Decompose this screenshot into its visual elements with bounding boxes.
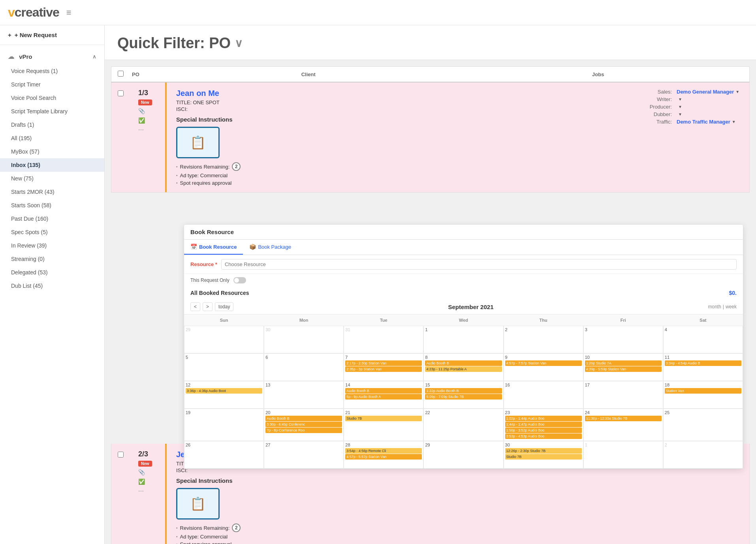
calendar-today-button[interactable]: today [215, 302, 233, 311]
script-box-1[interactable]: 📋 [176, 127, 220, 158]
calendar-event[interactable]: 11:30p - 12:30a Studio 7B [585, 416, 662, 421]
calendar-cell[interactable]: 101:26p Studio 7A4:39p - 5:59p Station V… [583, 353, 663, 381]
calendar-event[interactable]: 4:57p - 5:57p Station Van [345, 454, 422, 460]
calendar-cell[interactable]: 25 [663, 409, 743, 441]
vpro-header[interactable]: ☁ vPro ∧ [0, 49, 104, 64]
calendar-cell[interactable]: 27 [264, 441, 344, 469]
calendar-cell[interactable]: 6 [264, 353, 344, 381]
calendar-next-button[interactable]: > [203, 302, 213, 311]
calendar-event[interactable]: 4:39p - 5:59p Station Van [585, 366, 662, 372]
sidebar-item-mybox[interactable]: MyBox (57) [0, 145, 104, 158]
this-request-only-toggle[interactable] [233, 277, 246, 283]
calendar-event[interactable]: 7p - 8p Conference Roo [265, 428, 342, 433]
calendar-cell[interactable]: 31 [344, 326, 423, 353]
producer-dropdown-icon[interactable]: ▼ [678, 105, 682, 109]
calendar-event[interactable]: 2:35p - 3p Station Van [345, 366, 422, 372]
calendar-cell[interactable]: 29 [423, 441, 503, 469]
calendar-cell[interactable]: 72:17p - 2:30p Station Van2:35p - 3p Sta… [344, 353, 423, 381]
row-checkbox-container-2[interactable] [118, 450, 132, 544]
sidebar-item-script-timer[interactable]: Script Timer [0, 78, 104, 91]
row-checkbox-1[interactable] [118, 90, 124, 96]
sidebar-item-spec-spots[interactable]: Spec Spots (5) [0, 225, 104, 239]
resource-input[interactable] [221, 259, 737, 270]
sidebar-item-delegated[interactable]: Delegated (53) [0, 266, 104, 279]
sidebar-item-streaming[interactable]: Streaming (0) [0, 252, 104, 266]
calendar-cell[interactable]: 123:36p - 4:36p Audio Boot [184, 381, 264, 409]
calendar-event[interactable]: 3:34p - 4:54p Audio B [665, 360, 741, 366]
calendar-cell[interactable]: 21Studio 7B [344, 409, 423, 441]
calendar-cell[interactable]: 22 [423, 409, 503, 441]
calendar-cell[interactable]: 1 [423, 326, 503, 353]
row-checkbox-2[interactable] [118, 452, 124, 458]
calendar-event[interactable]: 4:23p - 11:25p Portable A [425, 366, 502, 372]
calendar-cell[interactable]: 30 [264, 326, 344, 353]
sidebar-item-all[interactable]: All (195) [0, 131, 104, 145]
calendar-cell[interactable]: 19 [184, 409, 264, 441]
calendar-cell[interactable]: 5 [184, 353, 264, 381]
calendar-cell[interactable]: 113:34p - 4:54p Audio B [663, 353, 743, 381]
calendar-cell[interactable]: 283:54p - 4:56p Remote Cli4:57p - 5:57p … [344, 441, 423, 469]
calendar-cell[interactable]: 13 [264, 381, 344, 409]
calendar-event[interactable]: 3:54p - 4:56p Remote Cli [345, 448, 422, 454]
calendar-cell[interactable]: 18Station Van [663, 381, 743, 409]
sidebar-item-in-review[interactable]: In Review (39) [0, 239, 104, 252]
calendar-event[interactable]: 2:17p - 2:30p Station Van [345, 360, 422, 366]
sidebar-item-new[interactable]: New (75) [0, 172, 104, 185]
calendar-cell[interactable]: 151:22p Audio Booth B5:09p - 7:09p Studi… [423, 381, 503, 409]
tab-book-package[interactable]: 📦 Book Package [243, 240, 297, 255]
calendar-event[interactable]: 5:09p - 7:09p Studio 7B [425, 394, 502, 400]
hamburger-icon[interactable]: ≡ [66, 8, 71, 18]
calendar-event[interactable]: 3:53p - 4:53p Audio Boo [505, 433, 582, 439]
calendar-event[interactable]: Audio Booth B [425, 360, 502, 366]
calendar-week-view-btn[interactable]: week [726, 304, 737, 310]
calendar-event[interactable]: Studio 7B [505, 454, 582, 460]
sidebar-item-starts-soon[interactable]: Starts Soon (58) [0, 199, 104, 212]
traffic-dropdown-icon[interactable]: ▼ [732, 120, 736, 124]
calendar-cell[interactable]: 16 [504, 381, 583, 409]
calendar-event[interactable]: 5p - 9p Audio Booth A [345, 394, 422, 400]
writer-dropdown-icon[interactable]: ▼ [678, 97, 682, 101]
calendar-cell[interactable]: 8Audio Booth B4:23p - 11:25p Portable A [423, 353, 503, 381]
calendar-event[interactable]: Audio Booth B [265, 416, 342, 421]
calendar-event[interactable]: 3:36p - 4:36p Audio Boot [186, 388, 262, 394]
sidebar-item-script-template-library[interactable]: Script Template Library [0, 105, 104, 118]
calendar-event[interactable]: 1:22p Audio Booth B [425, 388, 502, 394]
calendar-cell[interactable]: 26 [184, 441, 264, 469]
calendar-cell[interactable]: 3 [583, 326, 663, 353]
calendar-cell[interactable]: 17 [583, 381, 663, 409]
sidebar-item-past-due[interactable]: Past Due (160) [0, 212, 104, 225]
calendar-event[interactable]: Studio 7B [345, 416, 422, 421]
calendar-event[interactable]: 3:30p - 6:45p Conferenc [265, 422, 342, 427]
calendar-event[interactable]: 1:02p - 1:44p Audio Boo [505, 416, 582, 421]
calendar-event[interactable]: Station Van [665, 388, 741, 394]
calendar-event[interactable]: 1:44p - 1:47p Audio Boo [505, 422, 582, 427]
calendar-cell[interactable]: 2411:30p - 12:30a Studio 7B [583, 409, 663, 441]
dubber-dropdown-icon[interactable]: ▼ [678, 112, 682, 116]
calendar-month-view-btn[interactable]: month [708, 304, 721, 310]
calendar-event[interactable]: 1:50p - 3:52p Audio Boo [505, 428, 582, 433]
calendar-cell[interactable]: 1 [583, 441, 663, 469]
sidebar-item-voice-requests[interactable]: Voice Requests (1) [0, 64, 104, 78]
calendar-cell[interactable]: 4 [663, 326, 743, 353]
sidebar-item-starts-2mor[interactable]: Starts 2MOR (43) [0, 185, 104, 199]
tab-book-resource[interactable]: 📅 Book Resource [184, 240, 243, 255]
calendar-event[interactable]: 12:26p - 2:30p Studio 7B [505, 448, 582, 454]
sales-dropdown-icon[interactable]: ▼ [735, 90, 739, 94]
calendar-prev-button[interactable]: < [190, 302, 200, 311]
script-box-2[interactable]: 📋 [176, 488, 220, 520]
calendar-cell[interactable]: 3012:26p - 2:30p Studio 7BStudio 7B [504, 441, 583, 469]
quick-filter-dropdown[interactable]: ∨ [235, 37, 243, 50]
calendar-event[interactable]: Audio Booth B [345, 388, 422, 394]
new-request-button[interactable]: + + New Request [0, 25, 104, 45]
sidebar-item-inbox[interactable]: Inbox (135) [0, 158, 104, 172]
client-name-1[interactable]: Jean on Me [176, 89, 602, 98]
sidebar-item-dub-list[interactable]: Dub List (45) [0, 279, 104, 293]
calendar-event[interactable]: 4:57p - 7:57p Station Van [505, 360, 582, 366]
sidebar-item-drafts[interactable]: Drafts (1) [0, 118, 104, 131]
calendar-cell[interactable]: 94:57p - 7:57p Station Van [504, 353, 583, 381]
select-all-checkbox-container[interactable] [118, 71, 132, 78]
calendar-cell[interactable]: 29 [184, 326, 264, 353]
calendar-cell[interactable]: 2 [504, 326, 583, 353]
calendar-cell[interactable]: 20Audio Booth B3:30p - 6:45p Conferenc7p… [264, 409, 344, 441]
calendar-cell[interactable]: 2 [663, 441, 743, 469]
